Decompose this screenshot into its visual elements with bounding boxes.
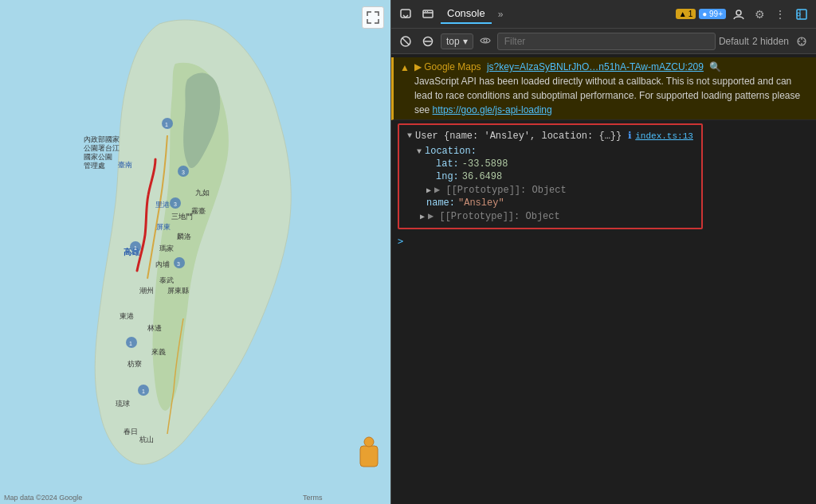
settings-icon-btn[interactable]: ⚙ [751,6,768,22]
hidden-label[interactable]: 2 hidden [752,36,789,47]
obj-header-row: ▼ User {name: 'Ansley', location: {…}} ℹ… [407,130,693,142]
warning-triangle-icon: ▲ [400,61,410,75]
svg-text:屏東縣: 屏東縣 [167,287,189,295]
undock-icon-btn[interactable] [792,5,811,24]
svg-text:3: 3 [174,201,177,207]
inspect-icon-btn[interactable] [418,5,437,24]
svg-text:管理處: 管理處 [84,162,105,170]
svg-text:麟洛: 麟洛 [177,232,191,240]
svg-text:來義: 來義 [151,348,166,356]
svg-text:1: 1 [134,245,137,251]
svg-text:Map data ©2024 Google: Map data ©2024 Google [4,494,82,502]
svg-text:杭山: 杭山 [139,436,154,443]
console-content: ▲ ▶ Google Maps js?key=AIzaSyBNLrJhO…n51… [391,54,816,504]
map-svg: 內政部國家 公園署台江 國家公園 管理處 臺南 里港 九如 三地門 霧臺 屏東 … [0,0,390,504]
svg-text:內政部國家: 內政部國家 [84,135,120,143]
obj-lng-row: lng: 36.6498 [417,170,693,183]
warning-source-link[interactable]: js?key=AIzaSyBNLrJhO…n51hA-TAw-mAZCU:209 [487,61,706,72]
context-selector[interactable]: top ▾ [441,33,473,49]
object-log-entry: ▼ User {name: 'Ansley', location: {…}} ℹ… [391,120,816,232]
warning-count: 1 [688,10,693,18]
warning-entry: ▲ ▶ Google Maps js?key=AIzaSyBNLrJhO…n51… [391,57,816,120]
obj-name-row: name: "Ansley" [417,197,693,209]
obj-tree: ▼ location: lat: -33.5898 lng: 36.6498 [407,145,693,223]
svg-text:Terms: Terms [303,494,323,502]
prompt-arrow: > [398,236,403,247]
dropdown-arrow: ▾ [463,36,468,47]
map-panel: 內政部國家 公園署台江 國家公園 管理處 臺南 里港 九如 三地門 霧臺 屏東 … [0,0,390,504]
svg-text:1: 1 [129,341,132,346]
toolbar-more-btn[interactable]: » [495,7,507,21]
svg-text:三地門: 三地門 [171,213,193,221]
svg-point-48 [736,10,741,15]
user-object-box: ▼ User {name: 'Ansley', location: {…}} ℹ… [398,123,703,229]
svg-text:公園署台江: 公園署台江 [84,144,120,152]
svg-text:九如: 九如 [195,189,210,197]
svg-text:1: 1 [142,389,145,394]
lat-key: lat: [436,158,459,170]
warning-icon: ▲ [679,10,687,18]
name-value: "Ansley" [458,197,504,209]
svg-rect-39 [360,446,378,467]
svg-text:臺南: 臺南 [118,161,132,169]
proto1-expand-btn[interactable]: ▶ [426,186,431,195]
obj-proto2-row: ▶ ▶ [[Prototype]]: Object [417,209,693,223]
svg-text:內埔: 內埔 [155,260,170,268]
svg-line-52 [402,38,409,45]
proto2-label: ▶ [[Prototype]]: Object [428,210,560,222]
obj-info-icon[interactable]: ℹ [628,130,632,142]
map-expand-button[interactable] [362,6,384,29]
svg-text:琉球: 琉球 [116,400,130,408]
svg-text:霧臺: 霧臺 [191,207,206,215]
warning-badge[interactable]: ▲ 1 [676,9,696,19]
more-options-btn[interactable]: ⋮ [771,6,789,22]
location-key: location: [425,146,477,157]
obj-source-link[interactable]: index.ts:13 [635,131,693,141]
devtools-toolbar-1: Console » ▲ 1 ● 99+ ⚙ ⋮ [391,0,816,29]
lat-value: -33.5898 [462,158,508,170]
search-icon-small[interactable]: 🔍 [709,61,721,72]
svg-point-46 [425,10,426,11]
svg-point-40 [364,437,374,447]
block-icon-btn[interactable] [418,32,437,51]
svg-text:3: 3 [177,261,180,267]
info-count: ● 99+ [702,10,723,18]
svg-point-55 [484,39,487,42]
devtools-toolbar-2: top ▾ Default 2 hidden [391,29,816,54]
user-icon-btn[interactable] [729,5,748,24]
obj-location-row: ▼ location: [417,145,693,158]
svg-text:屏東: 屏東 [156,223,171,231]
warning-message: ▶ Google Maps js?key=AIzaSyBNLrJhO…n51hA… [414,60,810,117]
svg-text:1: 1 [165,122,168,127]
top-label: top [446,36,460,47]
cursor-icon-btn[interactable] [396,5,415,24]
eye-icon-btn[interactable] [477,33,494,49]
map-background: 內政部國家 公園署台江 國家公園 管理處 臺南 里港 九如 三地門 霧臺 屏東 … [0,0,390,504]
devtools-panel: Console » ▲ 1 ● 99+ ⚙ ⋮ [390,0,816,504]
google-maps-source[interactable]: ▶ Google Maps [414,61,481,72]
svg-point-47 [427,10,428,11]
tab-console[interactable]: Console [441,4,492,24]
clear-console-btn[interactable] [396,32,415,51]
svg-rect-49 [797,10,806,19]
svg-text:春日: 春日 [124,428,138,436]
svg-text:潮州: 潮州 [139,287,154,295]
lng-key: lng: [436,171,459,182]
default-label: Default [719,36,749,47]
settings-small-btn[interactable] [792,32,811,51]
filter-input[interactable] [497,33,716,50]
name-key: name: [426,197,455,209]
proto2-expand-btn[interactable]: ▶ [420,212,425,221]
expand-location-btn[interactable]: ▼ [417,147,422,156]
svg-text:3: 3 [182,170,185,175]
svg-text:瑪家: 瑪家 [159,244,174,252]
svg-rect-43 [401,10,410,18]
proto1-label: ▶ [[Prototype]]: Object [434,184,567,196]
svg-text:東港: 東港 [120,312,134,320]
info-badge[interactable]: ● 99+ [699,9,726,19]
expand-object-btn[interactable]: ▼ [407,131,412,140]
svg-text:枋寮: 枋寮 [127,360,142,368]
obj-lat-row: lat: -33.5898 [417,158,693,170]
svg-text:里港: 里港 [155,201,170,209]
warning-link[interactable]: https://goo.gle/js-api-loading [433,104,552,115]
